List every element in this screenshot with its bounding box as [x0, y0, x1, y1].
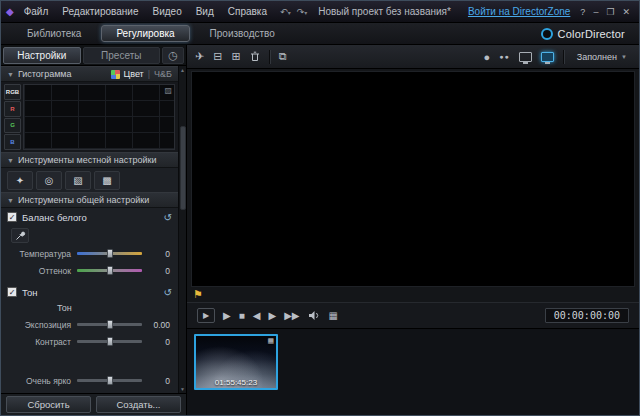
- slider-thumb[interactable]: [107, 320, 113, 329]
- clock-icon: ◷: [168, 49, 178, 62]
- global-tools-header[interactable]: ▼ Инструменты общей настройки: [1, 192, 178, 208]
- contrast-slider-row: Контраст 0: [1, 333, 178, 350]
- tab-library[interactable]: Библиотека: [13, 26, 95, 41]
- dual-view-button[interactable]: [541, 52, 554, 62]
- loop-button[interactable]: ▦: [329, 310, 338, 321]
- volume-button[interactable]: [308, 310, 321, 321]
- tint-label: Оттенок: [5, 266, 71, 276]
- brush-icon: ✦: [16, 175, 24, 186]
- histogram-bw-toggle[interactable]: Ч&Б: [154, 69, 172, 79]
- playhead-marker-icon[interactable]: ⚑: [193, 287, 203, 301]
- tint-value: 0: [148, 266, 170, 276]
- minimize-button[interactable]: –: [589, 7, 602, 17]
- contrast-slider[interactable]: [77, 337, 142, 346]
- scroll-up-icon[interactable]: ▲: [180, 66, 185, 74]
- stop-button[interactable]: ■: [239, 310, 245, 321]
- tone-subtitle: Тон: [1, 301, 178, 316]
- tone-title: Тон: [22, 287, 38, 298]
- exposure-value: 0.00: [148, 320, 170, 330]
- white-balance-checkbox[interactable]: ✓: [7, 212, 17, 222]
- histogram-title: Гистограмма: [18, 69, 72, 79]
- speaker-icon: [308, 310, 321, 321]
- tab-production[interactable]: Производство: [196, 26, 289, 41]
- menu-edit[interactable]: Редактирование: [55, 4, 145, 19]
- slider-thumb[interactable]: [107, 249, 113, 258]
- maximize-button[interactable]: ❐: [602, 7, 618, 17]
- scrollbar-thumb[interactable]: [180, 126, 186, 210]
- white-balance-header: ✓ Баланс белого ↺: [1, 208, 178, 226]
- brights-slider-row: Ярко 0: [1, 389, 178, 393]
- split-clip-button[interactable]: ⊟: [213, 50, 222, 63]
- redo-icon[interactable]: ↷▾: [294, 7, 311, 17]
- help-button[interactable]: ?: [576, 7, 589, 17]
- menu-video[interactable]: Видео: [145, 4, 188, 19]
- collapse-icon: ▼: [7, 157, 14, 164]
- highlights-slider[interactable]: [77, 376, 142, 385]
- next-frame-button[interactable]: ▶: [268, 310, 276, 321]
- slider-thumb[interactable]: [107, 376, 113, 385]
- menu-file[interactable]: Файл: [17, 4, 56, 19]
- trim-clip-button[interactable]: ⊞: [231, 50, 240, 63]
- tab-presets[interactable]: Пресеты: [83, 47, 161, 64]
- collapse-icon: ▼: [7, 71, 14, 78]
- channel-red-button[interactable]: R: [4, 101, 21, 117]
- menu-help[interactable]: Справка: [221, 4, 274, 19]
- histogram-options-icon[interactable]: ▨: [164, 86, 172, 95]
- temperature-slider[interactable]: [77, 249, 142, 258]
- tab-settings[interactable]: Настройки: [3, 47, 81, 64]
- tone-checkbox[interactable]: ✓: [7, 287, 17, 297]
- video-preview[interactable]: [191, 71, 635, 287]
- temperature-slider-row: Температура 0: [1, 245, 178, 262]
- channel-rgb-button[interactable]: RGB: [4, 84, 21, 100]
- timeline-clip[interactable]: ▦ 01:55:45:23: [194, 334, 278, 390]
- fast-forward-button[interactable]: ▶▶: [284, 310, 299, 321]
- slider-thumb[interactable]: [107, 337, 113, 346]
- scroll-down-icon[interactable]: ▼: [180, 385, 185, 393]
- channel-green-button[interactable]: G: [4, 118, 21, 134]
- gradient-mask-tool-button[interactable]: ▧: [65, 171, 91, 190]
- panel-tabs: Настройки Пресеты ◷: [1, 45, 186, 66]
- grid-mask-tool-button[interactable]: ▩: [94, 171, 120, 190]
- exposure-slider[interactable]: [77, 320, 142, 329]
- contrast-value: 0: [148, 337, 170, 347]
- compare-view-button[interactable]: ●: [484, 51, 491, 63]
- directorzone-signin-link[interactable]: Войти на DirectorZone: [468, 6, 570, 17]
- mask-brush-tool-button[interactable]: ✦: [7, 171, 33, 190]
- transport-controls: ▶ ▶ ■ ◀ ▶ ▶▶ ▦ 00:00:00:00: [187, 302, 639, 328]
- radial-filter-tool-button[interactable]: ◎: [36, 171, 62, 190]
- create-preset-button[interactable]: Создать...: [96, 396, 181, 413]
- reset-icon[interactable]: ↺: [164, 212, 172, 223]
- local-tools: ✦ ◎ ▧ ▩: [1, 168, 178, 192]
- reset-icon[interactable]: ↺: [164, 287, 172, 298]
- tint-slider[interactable]: [77, 266, 142, 275]
- settings-scrollbar[interactable]: ▲ ▼: [178, 66, 186, 393]
- local-tools-header[interactable]: ▼ Инструменты местной настройки: [1, 152, 178, 168]
- tab-adjustment[interactable]: Регулировка: [101, 25, 189, 42]
- clip-timecode: 01:55:45:23: [196, 378, 276, 387]
- single-view-button[interactable]: [519, 52, 532, 62]
- preview-player-button[interactable]: ▶: [197, 308, 215, 323]
- trash-icon: [250, 51, 260, 62]
- reset-button[interactable]: Сбросить: [6, 396, 91, 413]
- viewer-area: ✈ ⊟ ⊞ ⧉ ● ●● Заполнен ▼: [187, 45, 639, 415]
- close-button[interactable]: ✕: [618, 7, 634, 17]
- history-button[interactable]: ◷: [162, 47, 184, 64]
- delete-button[interactable]: [250, 51, 260, 62]
- split-compare-button[interactable]: ●●: [499, 53, 509, 60]
- capture-frame-button[interactable]: ⧉: [279, 50, 287, 63]
- colordirector-logo-icon: [541, 28, 553, 40]
- mode-bar: Библиотека Регулировка Производство Colo…: [1, 23, 639, 45]
- histogram-header[interactable]: ▼ Гистограмма Цвет | Ч&Б: [1, 66, 178, 82]
- previous-frame-button[interactable]: ◀: [253, 310, 261, 321]
- eyedropper-button[interactable]: [11, 228, 29, 243]
- undo-icon[interactable]: ↶▾: [277, 7, 294, 17]
- histogram-color-toggle[interactable]: Цвет: [124, 69, 144, 79]
- play-button[interactable]: ▶: [223, 310, 231, 321]
- zoom-fit-dropdown[interactable]: Заполнен ▼: [573, 51, 631, 63]
- tint-slider-row: Оттенок 0: [1, 262, 178, 279]
- menu-view[interactable]: Вид: [189, 4, 221, 19]
- slider-thumb[interactable]: [107, 266, 113, 275]
- straighten-tool-button[interactable]: ✈: [195, 50, 204, 63]
- channel-blue-button[interactable]: B: [4, 134, 21, 150]
- palette-icon: [111, 70, 120, 79]
